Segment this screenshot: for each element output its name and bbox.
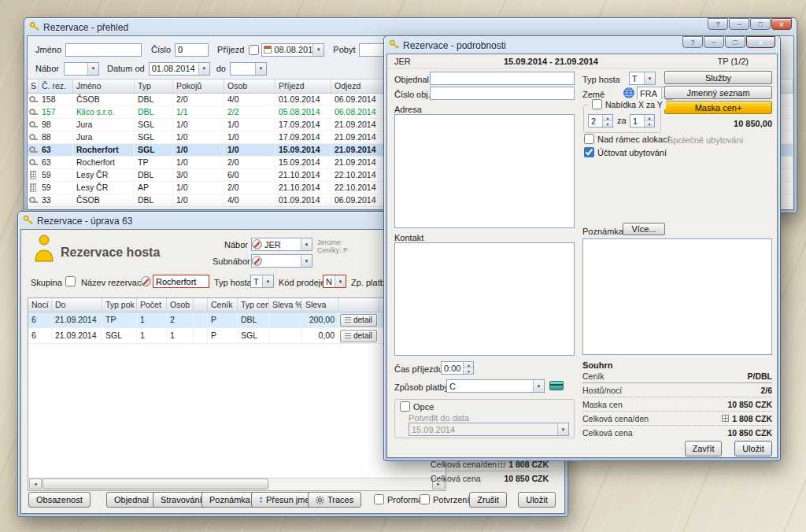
spin-up-icon[interactable] bbox=[464, 362, 473, 368]
nabidka-checkbox[interactable] bbox=[592, 99, 602, 109]
col-pokoju[interactable]: Pokojů bbox=[173, 79, 224, 93]
col-pocet[interactable]: Počet bbox=[137, 298, 167, 312]
spin-down-icon[interactable] bbox=[603, 120, 612, 127]
nabor-select[interactable]: JER bbox=[251, 238, 312, 251]
spin-down-icon[interactable] bbox=[645, 120, 654, 127]
help-button[interactable]: ? bbox=[708, 18, 728, 30]
col-cenik[interactable]: Ceník bbox=[208, 298, 238, 312]
summary-label: Maska cen bbox=[582, 400, 623, 409]
nabor-select[interactable] bbox=[64, 62, 99, 76]
zavrit-button[interactable]: Zavřít bbox=[685, 441, 722, 456]
col-do[interactable]: Do bbox=[52, 298, 102, 312]
ulozit-button[interactable]: Uložit bbox=[518, 492, 556, 508]
adresa-textarea[interactable] bbox=[394, 114, 575, 228]
cislo-obj-input[interactable] bbox=[430, 87, 575, 100]
detail-button[interactable]: detail bbox=[340, 330, 377, 342]
subnabor-select[interactable] bbox=[251, 254, 312, 268]
obsazenost-button[interactable]: Obsazenost bbox=[28, 492, 91, 508]
col-osob[interactable]: Osob bbox=[224, 79, 275, 93]
col-typ-pok[interactable]: Typ pok bbox=[102, 298, 137, 312]
summary-row: Ceník P/DBL bbox=[582, 369, 772, 383]
skupina-checkbox[interactable] bbox=[65, 276, 76, 286]
cas-prijezdu-spinner[interactable]: 0:00 bbox=[441, 361, 474, 375]
potvrzeni-checkbox[interactable] bbox=[420, 494, 430, 504]
cell-count: 1 bbox=[137, 328, 167, 343]
prijezd-date-value: 08.08.2014 bbox=[272, 45, 312, 54]
traces-button[interactable]: Traces bbox=[308, 492, 361, 508]
summary-row: Celková cena/den 1 808 CZK bbox=[582, 412, 772, 426]
scroll-track[interactable] bbox=[43, 478, 431, 490]
kod-prodeje-select[interactable]: N bbox=[323, 275, 346, 288]
nazev-rezervace-input[interactable] bbox=[153, 275, 209, 288]
overview-titlebar[interactable]: Rezervace - přehled ? – □ × bbox=[27, 20, 794, 35]
objednal-label: Objednal bbox=[394, 75, 429, 84]
zpusob-platby-label: Způsob platby bbox=[394, 382, 449, 392]
nabor-info: Jerome Ceníky: P bbox=[317, 238, 348, 254]
zeme-label: Země bbox=[582, 90, 604, 99]
spin-down-icon[interactable] bbox=[464, 368, 473, 374]
minimize-button[interactable]: – bbox=[704, 36, 724, 48]
horizontal-scrollbar[interactable] bbox=[29, 478, 445, 490]
col-flag[interactable] bbox=[194, 298, 208, 312]
prijezd-date-select[interactable]: 08.08.2014 bbox=[261, 43, 324, 57]
cislo-input[interactable] bbox=[175, 43, 209, 57]
maska-cen-button[interactable]: Maska cen+ bbox=[664, 101, 772, 114]
minimize-button[interactable]: – bbox=[729, 18, 749, 30]
payment-card-icon[interactable] bbox=[549, 381, 564, 390]
vice-button[interactable]: Více... bbox=[623, 223, 665, 235]
nabidka-x-spinner[interactable]: 2 bbox=[588, 114, 613, 127]
help-button[interactable]: ? bbox=[682, 36, 703, 48]
jmenny-seznam-button[interactable]: Jmenný seznam bbox=[664, 86, 772, 99]
col-prijezd[interactable]: Příjezd bbox=[275, 79, 331, 93]
zrusit-button[interactable]: Zrušit bbox=[469, 492, 507, 508]
zpusob-platby-select[interactable]: C bbox=[446, 379, 545, 393]
adresa-label: Adresa bbox=[394, 105, 422, 114]
jmeno-input[interactable] bbox=[65, 43, 142, 57]
do-select[interactable] bbox=[230, 62, 267, 76]
date-range: 15.09.2014 - 21.09.2014 bbox=[504, 57, 598, 66]
nabidka-y-spinner[interactable]: 1 bbox=[630, 114, 655, 127]
poznamka-textarea[interactable] bbox=[582, 238, 772, 355]
scroll-thumb[interactable] bbox=[43, 478, 268, 490]
ulozit-button[interactable]: Uložit bbox=[734, 441, 772, 456]
objednal-input[interactable] bbox=[430, 72, 575, 85]
cell-persons: 1/0 bbox=[224, 131, 275, 143]
spin-up-icon[interactable] bbox=[645, 115, 654, 120]
col-typ-cen[interactable]: Typ cen bbox=[238, 298, 269, 312]
col-osob[interactable]: Osob bbox=[167, 298, 194, 312]
col-odjezd[interactable]: Odjezd bbox=[331, 79, 387, 93]
objednal-button[interactable]: Objednal bbox=[106, 492, 157, 508]
maximize-button[interactable]: □ bbox=[750, 18, 771, 30]
col-jmeno[interactable]: Jméno bbox=[73, 79, 135, 93]
typ-hosta-select[interactable]: T bbox=[250, 275, 274, 288]
datum-od-select[interactable]: 01.08.2014 bbox=[149, 62, 210, 76]
col-cislo-rez[interactable]: Č. rez. bbox=[39, 79, 73, 93]
sluzby-button[interactable]: Služby bbox=[664, 71, 772, 84]
detail-button[interactable]: detail bbox=[340, 314, 377, 327]
room-type-indicator: TP (1/2) bbox=[717, 57, 749, 66]
details-titlebar[interactable]: Rezervace - podrobnosti ? – □ × bbox=[386, 38, 778, 54]
opce-checkbox[interactable] bbox=[400, 401, 410, 412]
details-header: JER 15.09.2014 - 21.09.2014 TP (1/2) bbox=[387, 54, 777, 68]
poznamka-button[interactable]: Poznámka bbox=[202, 492, 258, 508]
col-noci[interactable]: Nocí bbox=[28, 298, 52, 312]
proforma-checkbox[interactable] bbox=[374, 494, 384, 504]
prijezd-checkbox[interactable] bbox=[249, 45, 259, 55]
uctovat-checkbox[interactable] bbox=[584, 147, 594, 157]
nad-ramec-checkbox[interactable] bbox=[584, 134, 594, 144]
col-sleva[interactable]: Sleva bbox=[302, 298, 338, 312]
col-typ[interactable]: Typ bbox=[135, 79, 173, 93]
maximize-button[interactable]: □ bbox=[725, 36, 745, 48]
spin-up-icon[interactable] bbox=[603, 115, 612, 120]
scroll-left-button[interactable] bbox=[29, 478, 42, 490]
col-sleva-pct[interactable]: Sleva % bbox=[269, 298, 302, 312]
close-button[interactable]: × bbox=[771, 18, 792, 30]
potvrdit-date-select[interactable]: 15.09.2014 bbox=[409, 423, 569, 436]
cell-room-type: DBL bbox=[135, 106, 173, 118]
cell-name: Rocherfort bbox=[73, 144, 135, 156]
typ-hosta-select[interactable]: T bbox=[629, 72, 656, 85]
col-s[interactable]: S bbox=[28, 79, 39, 93]
cell-room-type: SGL bbox=[135, 144, 173, 156]
close-button[interactable]: × bbox=[746, 36, 775, 48]
kontakt-textarea[interactable] bbox=[394, 242, 575, 356]
